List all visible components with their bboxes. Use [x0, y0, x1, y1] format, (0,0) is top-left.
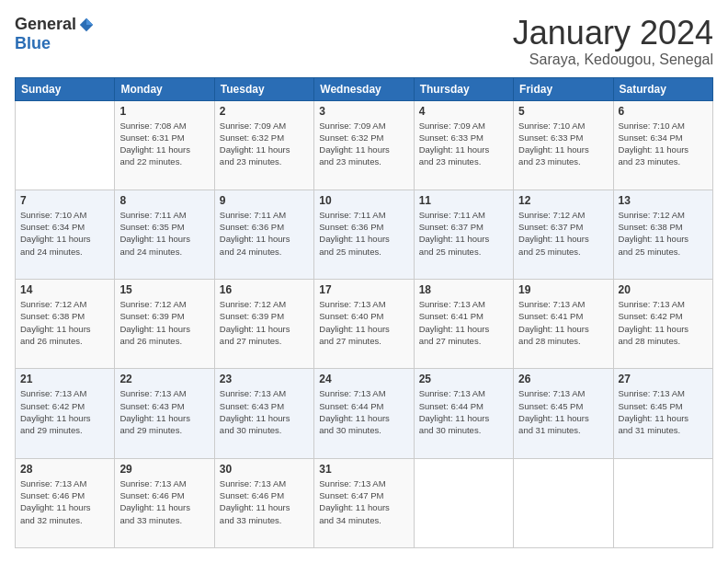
day-info: Sunrise: 7:12 AMSunset: 6:39 PMDaylight:…	[119, 298, 209, 347]
day-number: 23	[220, 373, 309, 385]
logo-blue-text: Blue	[15, 34, 51, 52]
calendar-header: Sunday Monday Tuesday Wednesday Thursday…	[16, 77, 713, 100]
day-cell: 18Sunrise: 7:13 AMSunset: 6:41 PMDayligh…	[414, 280, 513, 369]
day-info: Sunrise: 7:13 AMSunset: 6:41 PMDaylight:…	[518, 298, 608, 347]
day-info: Sunrise: 7:13 AMSunset: 6:44 PMDaylight:…	[319, 387, 408, 436]
header: General Blue January 2024 Saraya, Kedoug…	[15, 15, 713, 68]
day-number: 16	[220, 283, 309, 296]
day-number: 9	[220, 194, 309, 207]
day-cell: 10Sunrise: 7:11 AMSunset: 6:36 PMDayligh…	[314, 190, 414, 279]
day-info: Sunrise: 7:13 AMSunset: 6:46 PMDaylight:…	[220, 477, 309, 526]
day-info: Sunrise: 7:09 AMSunset: 6:32 PMDaylight:…	[319, 120, 408, 168]
day-cell: 29Sunrise: 7:13 AMSunset: 6:46 PMDayligh…	[115, 458, 214, 547]
day-cell: 9Sunrise: 7:11 AMSunset: 6:36 PMDaylight…	[214, 190, 313, 279]
day-number: 15	[119, 283, 209, 296]
logo: General Blue	[15, 15, 95, 53]
day-info: Sunrise: 7:13 AMSunset: 6:46 PMDaylight:…	[20, 477, 109, 526]
header-sunday: Sunday	[16, 77, 115, 100]
day-number: 11	[419, 194, 508, 207]
day-info: Sunrise: 7:13 AMSunset: 6:45 PMDaylight:…	[518, 387, 608, 436]
day-info: Sunrise: 7:13 AMSunset: 6:40 PMDaylight:…	[319, 298, 408, 347]
day-info: Sunrise: 7:13 AMSunset: 6:41 PMDaylight:…	[419, 298, 508, 347]
day-cell	[16, 100, 115, 190]
week-row-1: 7Sunrise: 7:10 AMSunset: 6:34 PMDaylight…	[16, 190, 713, 279]
title-area: January 2024 Saraya, Kedougou, Senegal	[513, 15, 713, 68]
day-number: 2	[220, 105, 309, 118]
day-info: Sunrise: 7:13 AMSunset: 6:46 PMDaylight:…	[119, 477, 209, 526]
day-info: Sunrise: 7:13 AMSunset: 6:42 PMDaylight:…	[20, 387, 109, 436]
day-info: Sunrise: 7:09 AMSunset: 6:32 PMDaylight:…	[220, 120, 309, 168]
day-cell	[514, 458, 613, 547]
logo-general-text: General	[15, 15, 76, 34]
day-cell	[613, 458, 712, 547]
day-info: Sunrise: 7:13 AMSunset: 6:47 PMDaylight:…	[319, 477, 408, 526]
day-info: Sunrise: 7:13 AMSunset: 6:42 PMDaylight:…	[619, 298, 708, 347]
day-info: Sunrise: 7:11 AMSunset: 6:35 PMDaylight:…	[119, 209, 209, 258]
day-number: 24	[319, 373, 408, 385]
day-cell: 15Sunrise: 7:12 AMSunset: 6:39 PMDayligh…	[115, 280, 214, 369]
day-number: 18	[419, 283, 508, 296]
header-wednesday: Wednesday	[314, 77, 414, 100]
header-tuesday: Tuesday	[214, 77, 313, 100]
day-number: 26	[518, 373, 608, 385]
day-cell: 23Sunrise: 7:13 AMSunset: 6:43 PMDayligh…	[214, 369, 313, 458]
day-cell: 6Sunrise: 7:10 AMSunset: 6:34 PMDaylight…	[613, 100, 712, 190]
day-info: Sunrise: 7:11 AMSunset: 6:36 PMDaylight:…	[319, 209, 408, 258]
week-row-2: 14Sunrise: 7:12 AMSunset: 6:38 PMDayligh…	[16, 280, 713, 369]
day-info: Sunrise: 7:12 AMSunset: 6:38 PMDaylight:…	[20, 298, 109, 347]
day-number: 28	[20, 463, 109, 476]
day-info: Sunrise: 7:10 AMSunset: 6:33 PMDaylight:…	[518, 120, 608, 168]
day-number: 8	[119, 194, 209, 207]
day-cell: 8Sunrise: 7:11 AMSunset: 6:35 PMDaylight…	[115, 190, 214, 279]
header-friday: Friday	[514, 77, 613, 100]
day-cell: 22Sunrise: 7:13 AMSunset: 6:43 PMDayligh…	[115, 369, 214, 458]
page: General Blue January 2024 Saraya, Kedoug…	[0, 0, 728, 563]
day-cell: 20Sunrise: 7:13 AMSunset: 6:42 PMDayligh…	[613, 280, 712, 369]
day-number: 1	[119, 105, 209, 118]
day-number: 13	[619, 194, 708, 207]
day-info: Sunrise: 7:11 AMSunset: 6:36 PMDaylight:…	[220, 209, 309, 258]
day-cell: 31Sunrise: 7:13 AMSunset: 6:47 PMDayligh…	[314, 458, 414, 547]
header-saturday: Saturday	[613, 77, 712, 100]
header-monday: Monday	[115, 77, 214, 100]
day-info: Sunrise: 7:10 AMSunset: 6:34 PMDaylight:…	[20, 209, 109, 258]
calendar-body: 1Sunrise: 7:08 AMSunset: 6:31 PMDaylight…	[16, 100, 713, 547]
logo-icon	[78, 17, 95, 33]
day-cell: 4Sunrise: 7:09 AMSunset: 6:33 PMDaylight…	[414, 100, 513, 190]
day-cell: 14Sunrise: 7:12 AMSunset: 6:38 PMDayligh…	[16, 280, 115, 369]
day-info: Sunrise: 7:13 AMSunset: 6:44 PMDaylight:…	[419, 387, 508, 436]
week-row-4: 28Sunrise: 7:13 AMSunset: 6:46 PMDayligh…	[16, 458, 713, 547]
day-cell: 5Sunrise: 7:10 AMSunset: 6:33 PMDaylight…	[514, 100, 613, 190]
header-thursday: Thursday	[414, 77, 513, 100]
day-number: 30	[220, 463, 309, 476]
day-info: Sunrise: 7:09 AMSunset: 6:33 PMDaylight:…	[419, 120, 508, 168]
day-cell: 16Sunrise: 7:12 AMSunset: 6:39 PMDayligh…	[214, 280, 313, 369]
day-number: 22	[119, 373, 209, 385]
day-info: Sunrise: 7:12 AMSunset: 6:39 PMDaylight:…	[220, 298, 309, 347]
month-title: January 2024	[513, 15, 713, 52]
day-number: 7	[20, 194, 109, 207]
day-number: 12	[518, 194, 608, 207]
day-info: Sunrise: 7:13 AMSunset: 6:43 PMDaylight:…	[119, 387, 209, 436]
week-row-0: 1Sunrise: 7:08 AMSunset: 6:31 PMDaylight…	[16, 100, 713, 190]
day-number: 31	[319, 463, 408, 476]
day-cell	[414, 458, 513, 547]
day-cell: 2Sunrise: 7:09 AMSunset: 6:32 PMDaylight…	[214, 100, 313, 190]
day-number: 5	[518, 105, 608, 118]
day-number: 29	[119, 463, 209, 476]
day-number: 25	[419, 373, 508, 385]
day-number: 14	[20, 283, 109, 296]
day-cell: 12Sunrise: 7:12 AMSunset: 6:37 PMDayligh…	[514, 190, 613, 279]
day-info: Sunrise: 7:12 AMSunset: 6:38 PMDaylight:…	[619, 209, 708, 258]
day-cell: 3Sunrise: 7:09 AMSunset: 6:32 PMDaylight…	[314, 100, 414, 190]
day-cell: 27Sunrise: 7:13 AMSunset: 6:45 PMDayligh…	[613, 369, 712, 458]
day-info: Sunrise: 7:11 AMSunset: 6:37 PMDaylight:…	[419, 209, 508, 258]
day-number: 4	[419, 105, 508, 118]
day-number: 20	[619, 283, 708, 296]
day-cell: 19Sunrise: 7:13 AMSunset: 6:41 PMDayligh…	[514, 280, 613, 369]
day-cell: 30Sunrise: 7:13 AMSunset: 6:46 PMDayligh…	[214, 458, 313, 547]
calendar-table: Sunday Monday Tuesday Wednesday Thursday…	[15, 77, 713, 548]
day-cell: 13Sunrise: 7:12 AMSunset: 6:38 PMDayligh…	[613, 190, 712, 279]
day-cell: 25Sunrise: 7:13 AMSunset: 6:44 PMDayligh…	[414, 369, 513, 458]
day-number: 19	[518, 283, 608, 296]
